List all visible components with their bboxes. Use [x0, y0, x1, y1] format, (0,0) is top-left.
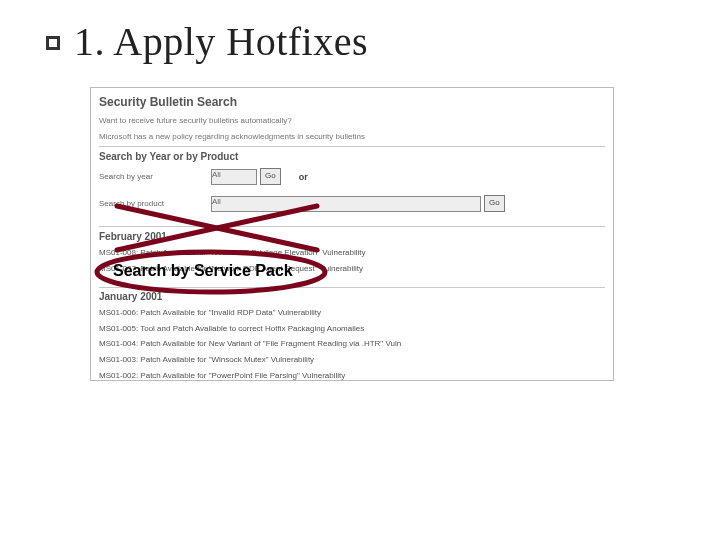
search-year-label: Search by year — [99, 172, 211, 181]
bulletin-search-panel: Security Bulletin Search Want to receive… — [90, 87, 614, 381]
bulletin-entry[interactable]: MS01-005: Tool and Patch Available to co… — [99, 324, 605, 334]
search-year-select[interactable]: All — [211, 169, 257, 185]
link-policy[interactable]: Microsoft has a new policy regarding ack… — [99, 132, 605, 141]
annotation-label: Search by Service Pack — [113, 262, 293, 280]
link-subscribe[interactable]: Want to receive future security bulletin… — [99, 116, 605, 125]
search-product-select[interactable]: All — [211, 196, 481, 212]
search-product-label: Search by product — [99, 199, 211, 208]
slide-title: 1. Apply Hotfixes — [74, 18, 368, 65]
title-bullet — [46, 36, 60, 50]
bulletin-entry[interactable]: MS01-002: Patch Available for "PowerPoin… — [99, 371, 605, 381]
search-by-heading: Search by Year or by Product — [99, 151, 605, 162]
bulletin-entry[interactable]: MS01-003: Patch Available for "Winsock M… — [99, 355, 605, 365]
bulletin-entry[interactable]: MS01-006: Patch Available for "Invalid R… — [99, 308, 605, 318]
bulletin-entry[interactable]: MS01-008: Patch Available for "NTLMSSP P… — [99, 248, 605, 258]
bulletin-entry[interactable]: MS01-004: Patch Available for New Varian… — [99, 339, 605, 349]
month-heading: February 2001 — [99, 231, 605, 242]
go-button-year[interactable]: Go — [260, 168, 281, 185]
or-label: or — [299, 172, 308, 182]
panel-heading: Security Bulletin Search — [99, 95, 605, 109]
go-button-product[interactable]: Go — [484, 195, 505, 212]
month-heading: January 2001 — [99, 291, 605, 302]
